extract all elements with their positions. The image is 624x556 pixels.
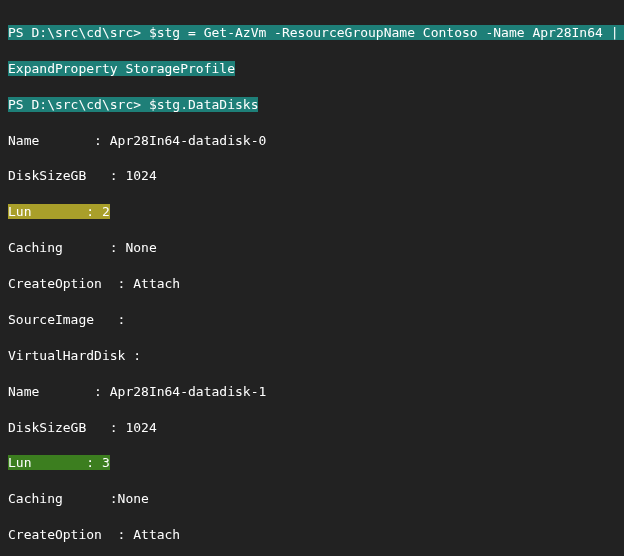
ps-prompt: PS D:\src\cd\src> $stg = Get-AzVm -Resou…: [8, 25, 624, 40]
disk0-name: Name : Apr28In64-datadisk-0: [8, 132, 616, 150]
cmd-line-2: PS D:\src\cd\src> $stg.DataDisks: [8, 96, 616, 114]
disk1-createoption: CreateOption : Attach: [8, 526, 616, 544]
disk0-lun: Lun : 2: [8, 203, 616, 221]
cmd-line-1-wrap: ExpandProperty StorageProfile: [8, 60, 616, 78]
disk0-sourceimage: SourceImage :: [8, 311, 616, 329]
cmd-line-1: PS D:\src\cd\src> $stg = Get-AzVm -Resou…: [8, 24, 616, 42]
disk0-size: DiskSizeGB : 1024: [8, 167, 616, 185]
disk1-lun: Lun : 3: [8, 454, 616, 472]
disk1-size: DiskSizeGB : 1024: [8, 419, 616, 437]
disk0-vhd: VirtualHardDisk :: [8, 347, 616, 365]
disk1-caching: Caching :None: [8, 490, 616, 508]
terminal-output: PS D:\src\cd\src> $stg = Get-AzVm -Resou…: [0, 0, 624, 556]
disk1-name: Name : Apr28In64-datadisk-1: [8, 383, 616, 401]
disk0-caching: Caching : None: [8, 239, 616, 257]
disk0-createoption: CreateOption : Attach: [8, 275, 616, 293]
